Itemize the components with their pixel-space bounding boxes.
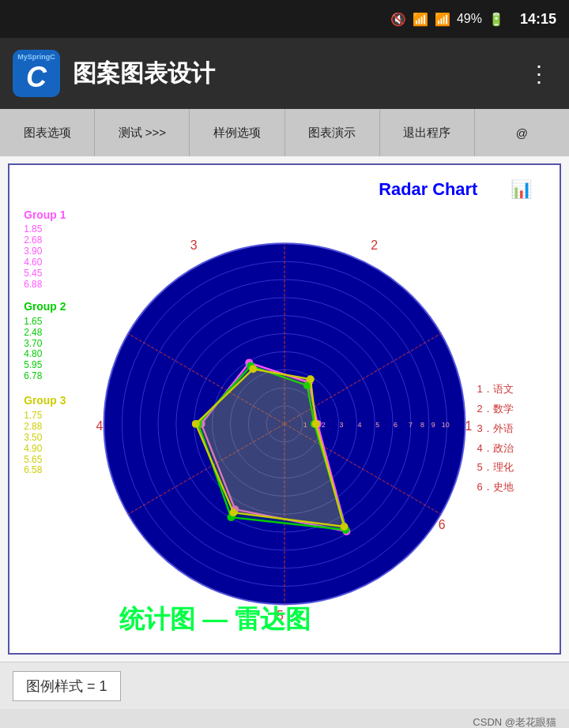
svg-point-51 [312, 420, 320, 428]
nav-chart-options[interactable]: 图表选项 [0, 109, 95, 156]
svg-point-56 [341, 523, 349, 531]
menu-button[interactable]: ⋮ [522, 54, 556, 93]
battery-icon: 🔋 [488, 12, 504, 27]
logo-top-text: MySpringC [17, 53, 55, 61]
svg-text:9: 9 [431, 421, 435, 429]
chart-inner: Radar Chart 📊 [9, 165, 560, 653]
svg-text:6: 6 [439, 518, 446, 531]
svg-text:3: 3 [190, 238, 198, 252]
svg-text:6: 6 [394, 421, 398, 429]
svg-point-55 [229, 508, 237, 516]
mute-icon: 🔇 [390, 12, 406, 27]
svg-text:4: 4 [96, 419, 104, 433]
svg-text:5．理化: 5．理化 [477, 461, 513, 473]
svg-text:4: 4 [357, 421, 361, 429]
status-icons: 🔇 📶 📶 49% 🔋 [390, 12, 504, 27]
chart-panel: Radar Chart 📊 [8, 163, 561, 655]
logo-char: C [26, 61, 47, 94]
nav-at[interactable]: @ [475, 109, 569, 156]
nav-demo[interactable]: 图表演示 [285, 109, 380, 156]
app-title: 图案图表设计 [73, 58, 509, 90]
svg-text:8: 8 [420, 421, 424, 429]
app-header: MySpringC C 图案图表设计 ⋮ [0, 38, 569, 109]
svg-text:6．史地: 6．史地 [477, 481, 513, 493]
svg-text:3: 3 [340, 421, 344, 429]
svg-text:5.45: 5.45 [24, 268, 43, 279]
svg-text:1.65: 1.65 [24, 316, 43, 327]
watermark-text: CSDN @老花眼猫 [473, 715, 556, 728]
nav-bar: 图表选项 测试 >>> 样例选项 图表演示 退出程序 @ [0, 109, 569, 156]
svg-text:5.95: 5.95 [24, 359, 43, 370]
svg-point-52 [307, 375, 315, 383]
svg-text:6.78: 6.78 [24, 370, 43, 381]
legend-style-label: 图例样式 = 1 [13, 671, 121, 701]
bottom-bar: 图例样式 = 1 [0, 662, 569, 709]
signal-icon: 📶 [435, 12, 450, 27]
svg-text:2: 2 [322, 421, 326, 429]
svg-text:4.80: 4.80 [24, 348, 43, 359]
svg-text:1.85: 1.85 [24, 223, 43, 235]
svg-text:1.75: 1.75 [24, 410, 43, 421]
svg-text:7: 7 [409, 421, 413, 429]
svg-text:2.48: 2.48 [24, 327, 43, 338]
svg-text:3.70: 3.70 [24, 338, 43, 349]
svg-text:统计图 — 雷达图: 统计图 — 雷达图 [119, 605, 310, 633]
svg-text:1．语文: 1．语文 [477, 383, 513, 395]
svg-point-53 [249, 365, 257, 373]
svg-text:4.90: 4.90 [24, 443, 43, 454]
svg-text:6.88: 6.88 [24, 279, 43, 290]
watermark: CSDN @老花眼猫 [0, 709, 569, 728]
svg-text:3.90: 3.90 [24, 246, 43, 257]
svg-text:4．政治: 4．政治 [477, 442, 513, 454]
radar-chart-svg: Radar Chart 📊 [9, 165, 560, 653]
svg-text:2．数学: 2．数学 [477, 403, 513, 415]
svg-text:Group 3: Group 3 [24, 394, 66, 407]
nav-sample[interactable]: 样例选项 [190, 109, 284, 156]
svg-text:5: 5 [375, 421, 379, 429]
battery-text: 49% [457, 12, 482, 26]
wifi-icon: 📶 [413, 12, 428, 27]
status-time: 14:15 [520, 11, 556, 28]
chart-container: Radar Chart 📊 [0, 156, 569, 662]
app-logo: MySpringC C [13, 50, 60, 97]
svg-text:5.65: 5.65 [24, 454, 43, 465]
status-bar: 🔇 📶 📶 49% 🔋 14:15 [0, 0, 569, 38]
nav-test[interactable]: 测试 >>> [95, 109, 190, 156]
svg-text:Radar Chart: Radar Chart [379, 179, 477, 199]
svg-text:2.68: 2.68 [24, 235, 43, 246]
svg-text:6.58: 6.58 [24, 464, 43, 475]
nav-exit[interactable]: 退出程序 [380, 109, 475, 156]
svg-text:1: 1 [465, 419, 473, 433]
svg-text:2: 2 [371, 238, 378, 252]
svg-text:4.60: 4.60 [24, 257, 43, 268]
svg-text:3．外语: 3．外语 [477, 422, 513, 434]
svg-text:Group 1: Group 1 [24, 208, 66, 221]
svg-text:3.50: 3.50 [24, 432, 43, 443]
svg-text:Group 2: Group 2 [24, 300, 66, 313]
svg-text:2.88: 2.88 [24, 421, 43, 432]
svg-text:10: 10 [442, 421, 450, 429]
svg-text:📊: 📊 [511, 178, 533, 200]
svg-point-54 [192, 420, 200, 428]
